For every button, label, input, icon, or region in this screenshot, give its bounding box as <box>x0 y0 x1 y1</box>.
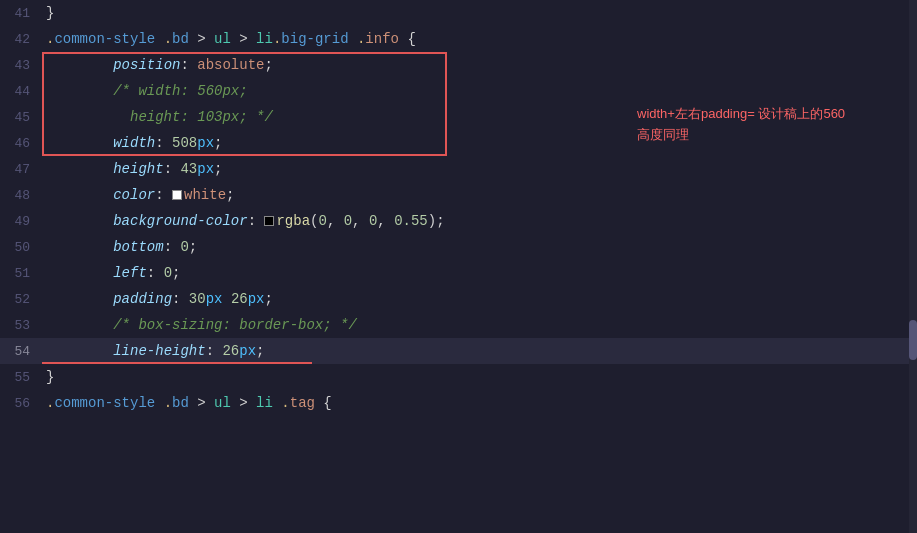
value-zero-51: 0 <box>164 265 172 281</box>
selector2-tag: tag <box>290 395 315 411</box>
comment-53: /* box-sizing: border-box; */ <box>113 317 357 333</box>
value-43: 43 <box>180 161 197 177</box>
comment-45: height: 103px; */ <box>130 109 273 125</box>
line-content-56: .common-style .bd > ul > li .tag { <box>42 395 917 411</box>
code-line-41: 41 } <box>0 0 917 26</box>
semi-54: ; <box>256 343 264 359</box>
colon-54: : <box>206 343 214 359</box>
prop-width: width <box>113 135 155 151</box>
combinator1: > <box>189 31 214 47</box>
selector2-common: common-style <box>54 395 155 411</box>
annotation-line1: width+左右padding= 设计稿上的560 <box>637 106 845 121</box>
combinator3: > <box>189 395 214 411</box>
selector-bd: bd <box>172 31 189 47</box>
unit-px-54: px <box>239 343 256 359</box>
semi-51: ; <box>172 265 180 281</box>
combinator4: > <box>231 395 256 411</box>
selector-ul: ul <box>214 31 231 47</box>
rgba-g: 0 <box>344 213 352 229</box>
colon-46: : <box>155 135 163 151</box>
line-number-43: 43 <box>0 58 42 73</box>
line-content-55: } <box>42 369 917 385</box>
line-number-41: 41 <box>0 6 42 21</box>
selector2-li: li <box>256 395 273 411</box>
semi-46: ; <box>214 135 222 151</box>
value-zero-50: 0 <box>180 239 188 255</box>
close-brace-41: } <box>46 5 54 21</box>
rgba-b: 0 <box>369 213 377 229</box>
line-number-45: 45 <box>0 110 42 125</box>
prop-padding: padding <box>113 291 172 307</box>
selector2-dot1: . <box>46 395 54 411</box>
value-30: 30 <box>189 291 206 307</box>
annotation-box: width+左右padding= 设计稿上的560 高度同理 <box>637 104 917 146</box>
annotation-line2: 高度同理 <box>637 127 689 142</box>
line-number-46: 46 <box>0 136 42 151</box>
selector-info: info <box>365 31 399 47</box>
line-number-56: 56 <box>0 396 42 411</box>
unit-px-46: px <box>197 135 214 151</box>
scrollbar-thumb[interactable] <box>909 320 917 360</box>
line-number-53: 53 <box>0 318 42 333</box>
prop-left: left <box>113 265 147 281</box>
code-line-56: 56 .common-style .bd > ul > li .tag { <box>0 390 917 416</box>
selector-dot1: . <box>46 31 54 47</box>
line-content-42: .common-style .bd > ul > li.big-grid .in… <box>42 31 917 47</box>
color-swatch-white <box>172 190 182 200</box>
unit-px-52a: px <box>206 291 223 307</box>
line-number-49: 49 <box>0 214 42 229</box>
line-number-50: 50 <box>0 240 42 255</box>
line-number-44: 44 <box>0 84 42 99</box>
line-number-52: 52 <box>0 292 42 307</box>
semi-50: ; <box>189 239 197 255</box>
value-508: 508 <box>172 135 197 151</box>
selector-li: li <box>256 31 273 47</box>
code-line-55: 55 } <box>0 364 917 390</box>
colon-51: : <box>147 265 155 281</box>
selector-big-grid: big-grid <box>281 31 348 47</box>
prop-position: position <box>113 57 180 73</box>
line-number-47: 47 <box>0 162 42 177</box>
rgba-r: 0 <box>318 213 326 229</box>
value-26: 26 <box>231 291 248 307</box>
line-number-48: 48 <box>0 188 42 203</box>
code-editor: 41 } 42 .common-style .bd > ul > li.big-… <box>0 0 917 533</box>
line-number-55: 55 <box>0 370 42 385</box>
value-absolute: absolute <box>197 57 264 73</box>
selector2-ul: ul <box>214 395 231 411</box>
selector-dot4: . <box>357 31 365 47</box>
prop-color: color <box>113 187 155 203</box>
line-content-41: } <box>42 5 917 21</box>
open-brace-42: { <box>407 31 415 47</box>
colon-49: : <box>248 213 256 229</box>
line-number-54: 54 <box>0 344 42 359</box>
combinator2: > <box>231 31 256 47</box>
value-rgba: rgba <box>276 213 310 229</box>
value-white: white <box>184 187 226 203</box>
semi-48: ; <box>226 187 234 203</box>
colon-47: : <box>164 161 172 177</box>
colon-52: : <box>172 291 180 307</box>
semi-49: ; <box>436 213 444 229</box>
semi-47: ; <box>214 161 222 177</box>
prop-bottom: bottom <box>113 239 163 255</box>
selector-dot3: . <box>273 31 281 47</box>
prop-bg-color: background-color <box>113 213 247 229</box>
rgba-a: 0.55 <box>394 213 428 229</box>
colon-43: : <box>180 57 188 73</box>
semi-43: ; <box>264 57 272 73</box>
comment-44: /* width: 560px; <box>113 83 247 99</box>
selector2-bd: bd <box>172 395 189 411</box>
selector2-dot3: . <box>281 395 289 411</box>
value-26-lh: 26 <box>222 343 239 359</box>
selector2-dot2: . <box>164 395 172 411</box>
selector-common: common-style <box>54 31 155 47</box>
open-brace-56: { <box>323 395 331 411</box>
prop-height: height <box>113 161 163 177</box>
code-line-54: 54 line-height: 26px; <box>0 338 917 364</box>
close-brace-55: } <box>46 369 54 385</box>
color-swatch-rgba <box>264 216 274 226</box>
scrollbar[interactable] <box>909 0 917 533</box>
selector-dot2: . <box>164 31 172 47</box>
unit-px-52b: px <box>248 291 265 307</box>
